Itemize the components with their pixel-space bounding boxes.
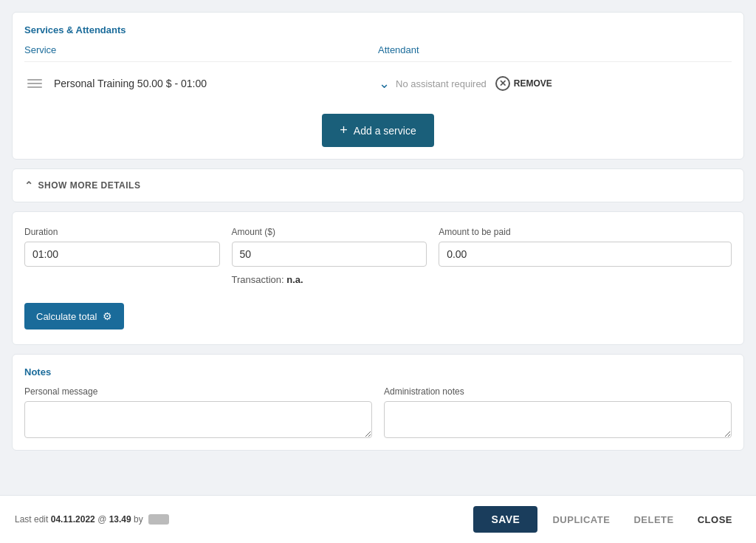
- fields-row: Duration Amount ($) Transaction: n.a. Am…: [24, 227, 732, 285]
- drag-handle[interactable]: [24, 76, 45, 91]
- footer-actions: SAVE DUPLICATE DELETE CLOSE: [473, 506, 741, 533]
- admin-notes-group: Administration notes: [384, 386, 732, 438]
- duplicate-button[interactable]: DUPLICATE: [543, 507, 619, 533]
- notes-section-title: Notes: [24, 366, 732, 378]
- footer-last-edit: Last edit 04.11.2022 @ 13.49 by: [15, 514, 169, 525]
- service-col-header: Service: [24, 44, 378, 55]
- chevron-up-icon: ⌃: [24, 180, 34, 191]
- services-attendants-card: Services & Attendants Service Attendant …: [12, 12, 744, 160]
- service-name: Personal Training 50.00 $ - 01:00: [54, 78, 373, 89]
- amount-paid-label: Amount to be paid: [439, 227, 732, 237]
- calculate-total-button[interactable]: Calculate total ⚙: [24, 303, 124, 329]
- notes-section: Notes Personal message Administration no…: [12, 354, 744, 451]
- footer: Last edit 04.11.2022 @ 13.49 by SAVE DUP…: [0, 495, 756, 543]
- show-more-label: SHOW MORE DETAILS: [38, 180, 141, 191]
- attendant-col-header: Attendant: [378, 44, 732, 55]
- duration-input[interactable]: [24, 242, 220, 267]
- service-header-row: Service Attendant: [24, 44, 732, 55]
- show-more-button[interactable]: ⌃ SHOW MORE DETAILS: [24, 180, 140, 191]
- add-service-button[interactable]: + Add a service: [322, 114, 433, 147]
- plus-icon: +: [340, 123, 348, 138]
- duration-field-group: Duration: [24, 227, 220, 285]
- personal-message-group: Personal message: [24, 386, 372, 438]
- last-edit-date: 04.11.2022: [51, 514, 95, 525]
- service-select-wrapper: Personal Training 50.00 $ - 01:00 ⌄: [54, 75, 390, 92]
- at-label: @: [97, 514, 106, 525]
- user-avatar: [148, 514, 169, 525]
- attendant-text: No assistant required: [396, 78, 487, 89]
- transaction-value: n.a.: [286, 274, 303, 285]
- details-section: Duration Amount ($) Transaction: n.a. Am…: [12, 211, 744, 345]
- delete-button[interactable]: DELETE: [625, 507, 682, 533]
- admin-notes-input[interactable]: [384, 401, 732, 438]
- amount-field-group: Amount ($) Transaction: n.a.: [232, 227, 427, 285]
- gear-icon: ⚙: [103, 310, 112, 322]
- service-chevron-icon[interactable]: ⌄: [379, 75, 390, 92]
- services-section-title: Services & Attendants: [24, 24, 732, 35]
- calculate-label: Calculate total: [36, 311, 97, 322]
- amount-paid-field-group: Amount to be paid: [439, 227, 732, 285]
- service-row: Personal Training 50.00 $ - 01:00 ⌄ No a…: [24, 68, 732, 99]
- remove-label: REMOVE: [514, 78, 552, 89]
- admin-notes-label: Administration notes: [384, 386, 732, 397]
- attendant-section: No assistant required ✕ REMOVE: [396, 76, 732, 91]
- duration-label: Duration: [24, 227, 220, 237]
- last-edit-label: Last edit: [15, 514, 48, 525]
- show-more-section: ⌃ SHOW MORE DETAILS: [12, 168, 744, 202]
- personal-message-label: Personal message: [24, 386, 372, 397]
- remove-button[interactable]: ✕ REMOVE: [495, 76, 552, 91]
- transaction-text: Transaction: n.a.: [232, 274, 427, 285]
- personal-message-input[interactable]: [24, 401, 372, 438]
- by-label: by: [134, 514, 143, 525]
- amount-paid-input[interactable]: [439, 242, 732, 267]
- save-button[interactable]: SAVE: [473, 506, 537, 533]
- amount-label: Amount ($): [232, 227, 427, 237]
- close-button[interactable]: CLOSE: [689, 507, 741, 533]
- notes-fields-row: Personal message Administration notes: [24, 386, 732, 438]
- remove-circle-icon: ✕: [495, 76, 510, 91]
- amount-input[interactable]: [232, 242, 427, 267]
- last-edit-time: 13.49: [109, 514, 131, 525]
- add-service-label: Add a service: [354, 125, 416, 137]
